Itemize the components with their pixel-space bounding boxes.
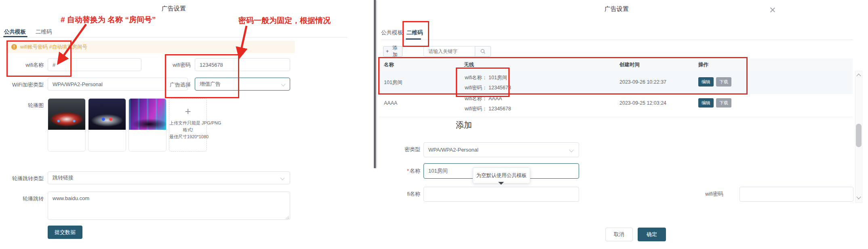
ad-select-value: 增值广告 [200,80,221,88]
carousel-jump-type-value: 跳转链接 [53,174,74,181]
row-created-time: 2023-09-26 10:22:37 [619,79,666,85]
wifi-warning-banner: ! wifi账号密码 #自动填充房间号 [6,41,295,53]
name-label: *名称 [388,167,420,175]
add-section-title: 添加 [456,120,472,131]
row-name: AAAA [384,100,397,106]
plus-icon: + [386,49,389,54]
download-button[interactable]: 下载 [716,98,731,108]
left-tab-public-template[interactable]: 公共模板 [4,28,26,36]
search-button[interactable] [475,46,491,57]
row-wifi-password: wifi密码： 12345678 [465,84,511,91]
left-dialog-title: 广告设置 [162,5,186,13]
encryption-type-value: WPA/WPA2-Personal [428,147,478,153]
ad-select-dropdown[interactable]: 增值广告 [195,78,290,91]
search-icon [480,49,486,54]
qr-wifi-password-label: wifi密码 [683,190,723,198]
table-header-row [379,59,853,71]
warning-text: wifi账号密码 #自动填充房间号 [20,44,87,51]
upload-hint-line3: 最佳尺寸1920*1080 [169,133,206,140]
qr-wifi-name-input[interactable] [423,187,579,202]
right-dialog-title: 广告设置 [605,5,629,13]
upload-hint-line1: 上传文件只能是 JPG/PNG [169,120,206,127]
keyword-search-input[interactable] [423,46,475,57]
carousel-jump-textarea[interactable]: www.baidu.com [48,192,290,220]
confirm-button[interactable]: 确定 [638,228,666,241]
carousel-jump-label: 轮播跳转 [0,195,44,203]
tooltip-arrow [498,182,504,188]
chevron-down-icon [569,148,573,152]
name-tooltip: 为空默认使用公共模板 [473,167,530,184]
ad-select-label: 广告选择 [160,81,191,89]
carousel-jump-type-label: 轮播跳转类型 [0,175,44,182]
qr-wifi-password-input[interactable] [739,187,853,202]
row-created-time: 2023-09-25 12:03:24 [619,100,666,106]
encryption-type-label-clipped: 密类型 [388,146,420,153]
carousel-image-dark-blue-racing-car [88,99,126,130]
carousel-image-neon-cyberpunk-car [129,99,166,130]
submit-data-button[interactable]: 提交数据 [48,226,82,239]
plus-icon: + [169,106,206,116]
table-header-wireless: 无线 [464,61,474,68]
table-row [379,71,853,94]
add-button[interactable]: + 添加 [383,46,402,57]
row-wifi-password: wifi密码： 12345678 [465,106,511,112]
row-name: 101房间 [384,79,402,86]
panels-divider [374,0,376,168]
right-tab-public-template[interactable]: 公共模板 [381,29,403,36]
right-tab-bar-border [381,40,853,40]
edit-button[interactable]: 编辑 [698,98,714,108]
carousel-jump-type-select[interactable]: 跳转链接 [48,171,290,184]
carousel-image-red-racing-car [48,99,85,130]
row-wifi-name: wifi名称： 101房间 [465,74,507,81]
wifi-encryption-value: WPA/WPA2-Personal [53,81,103,87]
scrollbar-thumb[interactable] [856,124,862,147]
encryption-type-select[interactable]: WPA/WPA2-Personal [423,142,579,157]
carousel-label: 轮播图 [0,102,44,109]
annotation-name-note: # 自动替换为 名称 “房间号” [61,15,156,25]
carousel-card-1[interactable] [48,98,86,152]
carousel-card-2[interactable] [88,98,126,152]
left-tab-qrcode[interactable]: 二维码 [36,28,52,36]
chevron-down-icon [280,175,284,180]
upload-hint-line2: 格式! [169,127,206,133]
close-icon[interactable] [770,7,775,13]
cancel-button[interactable]: 取消 [605,228,633,241]
add-button-label: 添加 [390,44,400,58]
left-tab-bar-border [0,37,348,38]
carousel-card-3[interactable] [129,98,166,152]
carousel-upload-box[interactable]: + 上传文件只能是 JPG/PNG 格式! 最佳尺寸1920*1080 [169,98,207,152]
wifi-name-label: wifi名称 [0,61,44,69]
chevron-down-icon [281,82,285,86]
wifi-encryption-label: WiFi加密类型 [0,81,44,89]
table-header-name: 名称 [384,61,394,68]
wifi-name-label-clipped: fi名称 [388,190,420,198]
screenshot-root: 广告设置 公共模板 二维码 ! wifi账号密码 #自动填充房间号 wifi名称… [0,0,868,249]
wifi-password-input[interactable] [195,58,290,71]
annotation-password-note: 密码一般为固定，根据情况 [238,15,331,26]
table-header-actions: 操作 [698,61,708,68]
warning-icon: ! [11,44,17,50]
row-wifi-name: wifi名称： AAAA [465,95,502,102]
row-divider [379,117,853,117]
edit-button[interactable]: 编辑 [698,77,714,87]
download-button[interactable]: 下载 [716,77,731,87]
table-header-created: 创建时间 [619,61,640,68]
wifi-name-input[interactable] [48,58,141,71]
wifi-password-label: wifi密码 [160,61,191,69]
required-mark: * [407,168,409,174]
name-label-text: 名称 [410,168,420,174]
right-tab-qrcode[interactable]: 二维码 [407,29,423,36]
